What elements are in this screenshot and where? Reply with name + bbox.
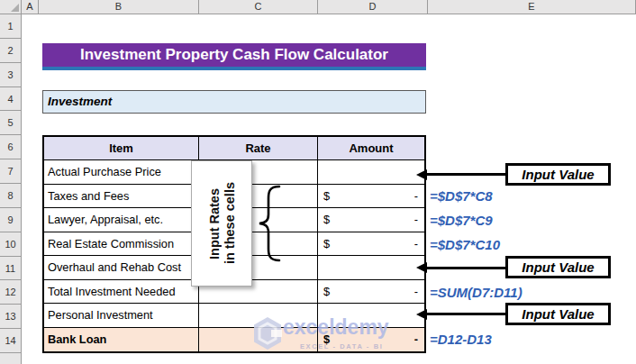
- arrow-head-3-icon: [416, 309, 427, 320]
- row-header-1[interactable]: 1: [0, 14, 21, 39]
- formula-d12[interactable]: =SUM(D7:D11): [430, 285, 522, 300]
- cell-b7-actual-purchase-price[interactable]: Actual Purchase Price: [44, 160, 199, 184]
- dollar-sign: $: [323, 280, 330, 303]
- left-curly-brace-shape: [256, 184, 283, 263]
- page-title: Investment Property Cash Flow Calculator: [80, 46, 388, 63]
- row-header-4[interactable]: 4: [0, 87, 21, 112]
- input-rates-line2: in these cells: [223, 182, 237, 264]
- cell-d11-amount-input[interactable]: [318, 256, 424, 279]
- row-header-12[interactable]: 12: [0, 280, 21, 305]
- input-value-callout-3[interactable]: Input Value: [505, 303, 611, 325]
- cell-b9-lawyer-appraisal[interactable]: Lawyer, Appraisal, etc.: [44, 208, 199, 232]
- row-header-2[interactable]: 2: [0, 39, 21, 63]
- arrow-line-1: [427, 173, 505, 176]
- arrow-line-3: [427, 313, 505, 315]
- cell-d8-amount[interactable]: $-: [318, 185, 424, 208]
- col-header-item[interactable]: Item: [44, 137, 199, 160]
- column-header-a[interactable]: A: [22, 0, 39, 14]
- dollar-sign: $: [323, 185, 330, 207]
- exceldemy-watermark: exceldemy EXCEL - DATA - BI: [253, 314, 388, 354]
- row-header-5[interactable]: 5: [0, 111, 21, 135]
- select-all-corner[interactable]: [0, 0, 22, 14]
- input-value-callout-1[interactable]: Input Value: [505, 163, 611, 186]
- cell-b11-overhaul-rehab-cost[interactable]: Overhaul and Rehab Cost: [44, 256, 199, 279]
- row-header-14[interactable]: 14: [0, 329, 21, 353]
- row-header-bar: 1 2 3 4 5 6 7 8 9 10 11 12 13 14: [0, 14, 22, 364]
- amount-value: -: [414, 328, 418, 351]
- cell-b14-bank-loan[interactable]: Bank Loan: [44, 328, 199, 351]
- input-value-callout-2[interactable]: Input Value: [505, 256, 611, 278]
- row-header-9[interactable]: 9: [0, 208, 21, 232]
- row-header-3[interactable]: 3: [0, 63, 21, 87]
- cell-b8-taxes-and-fees[interactable]: Taxes and Fees: [44, 185, 199, 208]
- column-header-bar: A B C D E: [0, 0, 636, 14]
- column-header-c[interactable]: C: [199, 0, 318, 14]
- watermark-tagline: EXCEL - DATA - BI: [300, 342, 383, 350]
- cell-b12-total-investment-needed[interactable]: Total Investment Needed: [44, 280, 199, 304]
- amount-value: -: [414, 232, 418, 255]
- row-header-15-partial[interactable]: [0, 353, 21, 364]
- row-header-13[interactable]: 13: [0, 305, 21, 329]
- column-header-d[interactable]: D: [318, 0, 428, 14]
- exceldemy-logo-icon: [253, 316, 282, 350]
- input-rates-line1: Input Rates: [207, 188, 222, 259]
- input-value-label: Input Value: [522, 259, 594, 275]
- row-header-6[interactable]: 6: [0, 135, 21, 159]
- arrow-head-2-icon: [416, 262, 427, 273]
- watermark-brand: exceldemy: [283, 315, 389, 340]
- input-value-label: Input Value: [522, 306, 594, 322]
- cell-d9-amount[interactable]: $-: [318, 208, 424, 232]
- cell-b10-real-estate-commission[interactable]: Real Estate Commission: [44, 232, 199, 256]
- amount-value: -: [414, 185, 418, 207]
- section-title: Investment: [43, 91, 425, 113]
- select-all-icon: [11, 4, 19, 12]
- title-banner[interactable]: Investment Property Cash Flow Calculator: [42, 43, 426, 70]
- column-header-e[interactable]: E: [428, 0, 636, 14]
- row-header-11[interactable]: 11: [0, 257, 21, 281]
- amount-value: -: [414, 280, 418, 303]
- row-header-10[interactable]: 10: [0, 232, 21, 257]
- column-header-b[interactable]: B: [39, 0, 199, 14]
- row-header-7[interactable]: 7: [0, 159, 21, 184]
- cell-d7-amount-input[interactable]: [318, 160, 424, 184]
- formula-d9[interactable]: =$D$7*C9: [430, 213, 493, 228]
- cell-b13-personal-investment[interactable]: Personal Investment: [44, 304, 199, 327]
- col-header-rate[interactable]: Rate: [199, 137, 318, 160]
- dollar-sign: $: [323, 232, 330, 255]
- input-rates-textbox[interactable]: Input Rates in these cells: [191, 160, 252, 287]
- arrow-line-2: [427, 267, 505, 269]
- formula-d14[interactable]: =D12-D13: [430, 332, 492, 347]
- section-header[interactable]: Investment: [42, 90, 426, 114]
- col-header-amount[interactable]: Amount: [318, 137, 424, 160]
- input-value-label: Input Value: [522, 167, 594, 182]
- dollar-sign: $: [323, 208, 330, 231]
- excel-sheet: A B C D E 1 2 3 4 5 6 7 8 9 10 11 12 13 …: [0, 0, 636, 364]
- cell-d12-amount[interactable]: $-: [318, 280, 424, 304]
- formula-d10[interactable]: =$D$7*C10: [430, 237, 500, 252]
- row-header-8[interactable]: 8: [0, 184, 21, 208]
- amount-value: -: [414, 208, 418, 231]
- arrow-head-1-icon: [416, 169, 427, 180]
- formula-d8[interactable]: =$D$7*C8: [430, 188, 493, 204]
- cell-d10-amount[interactable]: $-: [318, 232, 424, 256]
